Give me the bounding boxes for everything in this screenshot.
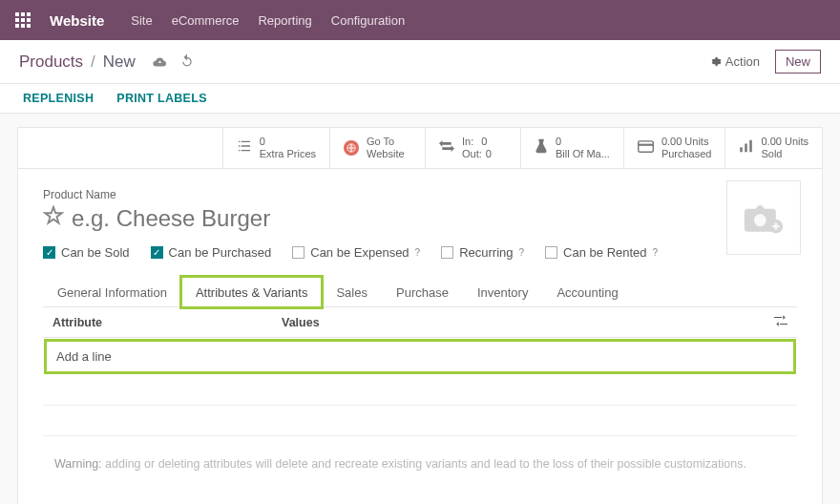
svg-rect-1 [639, 141, 654, 152]
stat-in-out[interactable]: In:0 Out:0 [425, 128, 520, 168]
blank-row [43, 406, 797, 436]
tab-general-information[interactable]: General Information [43, 277, 181, 307]
new-button[interactable]: New [775, 50, 821, 74]
stat-bill-of-materials[interactable]: 0Bill Of Ma... [520, 128, 623, 168]
cloud-upload-icon[interactable] [153, 52, 167, 72]
breadcrumb-current: New [103, 52, 136, 72]
breadcrumb: Products / New [19, 52, 194, 72]
stat-purchased[interactable]: 0.00 UnitsPurchased [623, 128, 725, 168]
flask-icon [535, 138, 548, 158]
tab-sales[interactable]: Sales [322, 277, 382, 307]
discard-icon[interactable] [180, 52, 194, 72]
checkbox-can-be-rented[interactable]: Can be Rented? [545, 245, 658, 260]
checkbox-can-be-purchased[interactable]: ✓Can be Purchased [151, 245, 272, 260]
tabs: General Information Attributes & Variant… [43, 277, 797, 307]
form-sheet: 0Extra Prices Go ToWebsite In:0 Out:0 0B… [17, 127, 823, 504]
col-values: Values [282, 316, 774, 329]
menu-ecommerce[interactable]: eCommerce [172, 13, 240, 28]
breadcrumb-root[interactable]: Products [19, 52, 83, 72]
stat-extra-prices[interactable]: 0Extra Prices [222, 128, 329, 168]
main-navbar: Website Site eCommerce Reporting Configu… [0, 0, 840, 40]
columns-config-icon[interactable] [774, 315, 788, 329]
product-name-input[interactable] [72, 205, 549, 232]
stat-button-bar: 0Extra Prices Go ToWebsite In:0 Out:0 0B… [18, 128, 822, 169]
product-image-upload[interactable] [726, 180, 801, 255]
tab-purchase[interactable]: Purchase [382, 277, 463, 307]
apps-icon[interactable] [15, 12, 31, 28]
blank-row [43, 375, 797, 406]
tab-inventory[interactable]: Inventory [463, 277, 542, 307]
credit-card-icon [638, 139, 654, 157]
exchange-icon [439, 139, 454, 157]
grid-header: Attribute Values [43, 307, 797, 338]
checkbox-can-be-sold[interactable]: ✓Can be Sold [43, 245, 130, 260]
stat-go-to-website[interactable]: Go ToWebsite [329, 128, 425, 168]
print-labels-button[interactable]: PRINT LABELS [116, 92, 207, 105]
list-icon [237, 139, 252, 157]
checkbox-recurring[interactable]: Recurring? [441, 245, 524, 260]
breadcrumb-sep: / [91, 52, 95, 72]
menu-site[interactable]: Site [131, 13, 152, 28]
product-name-label: Product Name [43, 188, 797, 201]
gear-icon [709, 55, 722, 68]
tab-accounting[interactable]: Accounting [542, 277, 632, 307]
svg-rect-2 [639, 144, 654, 146]
control-panel: Products / New Action New [0, 40, 840, 84]
replenish-button[interactable]: REPLENISH [23, 92, 94, 105]
bar-chart-icon [739, 139, 753, 157]
menu-reporting[interactable]: Reporting [258, 13, 311, 28]
action-dropdown[interactable]: Action [709, 54, 760, 69]
svg-point-3 [754, 215, 766, 227]
action-bar: REPLENISH PRINT LABELS [0, 84, 840, 114]
warning-text: Warning: adding or deleting attributes w… [43, 436, 797, 492]
brand[interactable]: Website [50, 12, 104, 29]
stat-sold[interactable]: 0.00 UnitsSold [724, 128, 822, 168]
add-a-line[interactable]: Add a line [44, 339, 796, 374]
menu-configuration[interactable]: Configuration [331, 13, 405, 28]
tab-attributes-variants[interactable]: Attributes & Variants [181, 277, 323, 307]
favorite-star-icon[interactable] [43, 205, 64, 232]
col-attribute: Attribute [52, 316, 282, 329]
globe-icon [344, 140, 359, 156]
checkbox-can-be-expensed[interactable]: Can be Expensed? [292, 245, 420, 260]
